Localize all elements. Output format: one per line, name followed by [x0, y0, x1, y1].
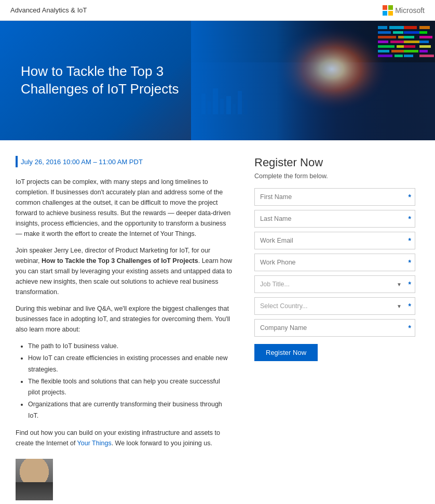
last-name-input[interactable]: [254, 210, 415, 228]
intro-paragraph: IoT projects can be complex, with many s…: [16, 177, 234, 239]
speaker-paragraph: Join speaker Jerry Lee, director of Prod…: [16, 245, 234, 297]
speaker-section: Jerry Lee Director Product Marketing, Da…: [16, 459, 234, 504]
main-content: July 26, 2016 10:00 AM – 11:00 AM PDT Io…: [0, 140, 435, 504]
topics-list: The path to IoT business value. How IoT …: [28, 341, 234, 421]
hero-title: How to Tackle the Top 3 Challenges of Io…: [21, 63, 197, 98]
ms-logo-grid: [383, 5, 393, 16]
speaker-photo: [16, 459, 53, 500]
register-subtitle: Complete the form below.: [254, 173, 415, 180]
header-title: Advanced Analytics & IoT: [10, 6, 87, 14]
hero-banner: How to Tackle the Top 3 Challenges of Io…: [0, 21, 435, 140]
logo-blue: [383, 11, 387, 16]
job-title-select[interactable]: Job Title...: [254, 275, 415, 293]
webinar-description: During this webinar and live Q&A, we'll …: [16, 303, 234, 335]
register-now-button[interactable]: Register Now: [254, 344, 318, 361]
hero-content: How to Tackle the Top 3 Challenges of Io…: [0, 47, 218, 114]
event-description: July 26, 2016 10:00 AM – 11:00 AM PDT Io…: [16, 156, 254, 504]
logo-red: [383, 5, 387, 10]
job-title-field: Job Title... ▼ *: [254, 275, 415, 293]
closing-text: Find out how you can build on your exist…: [16, 429, 220, 447]
your-things-link[interactable]: Your Things: [77, 440, 112, 447]
svg-rect-39: [191, 21, 435, 140]
first-name-input[interactable]: [254, 188, 415, 206]
work-phone-input[interactable]: [254, 254, 415, 271]
country-field: Select Country... ▼ *: [254, 297, 415, 315]
list-item: Organizations that are currently transfo…: [28, 399, 234, 421]
logo-yellow: [388, 11, 393, 16]
registration-panel: Register Now Complete the form below. * …: [254, 156, 415, 504]
list-item: The path to IoT business value.: [28, 341, 234, 352]
work-email-input[interactable]: [254, 232, 415, 249]
last-name-field: *: [254, 210, 415, 228]
first-name-field: *: [254, 188, 415, 206]
list-item: How IoT can create efficiencies in exist…: [28, 353, 234, 375]
work-email-field: *: [254, 232, 415, 249]
job-title-wrapper: Job Title... ▼ *: [254, 275, 415, 293]
work-phone-field: *: [254, 254, 415, 271]
event-date-time: July 26, 2016 10:00 AM – 11:00 AM PDT: [21, 158, 143, 166]
hero-background-art: [191, 21, 435, 140]
microsoft-logo: Microsoft: [383, 5, 425, 16]
country-wrapper: Select Country... ▼ *: [254, 297, 415, 315]
closing-paragraph: Find out how you can build on your exist…: [16, 428, 234, 448]
company-field: *: [254, 319, 415, 337]
webinar-title-bold: How to Tackle the Top 3 Challenges of Io…: [42, 257, 198, 264]
page-header: Advanced Analytics & IoT Microsoft: [0, 0, 435, 21]
list-item: The flexible tools and solutions that ca…: [28, 376, 234, 399]
ms-logo-text: Microsoft: [395, 6, 425, 15]
company-input[interactable]: [254, 319, 415, 337]
country-select[interactable]: Select Country...: [254, 297, 415, 315]
event-date-bar: July 26, 2016 10:00 AM – 11:00 AM PDT: [16, 156, 234, 167]
speaker-image: [16, 459, 53, 500]
date-accent-bar: [16, 156, 18, 167]
register-title: Register Now: [254, 156, 415, 169]
logo-green: [388, 5, 393, 10]
